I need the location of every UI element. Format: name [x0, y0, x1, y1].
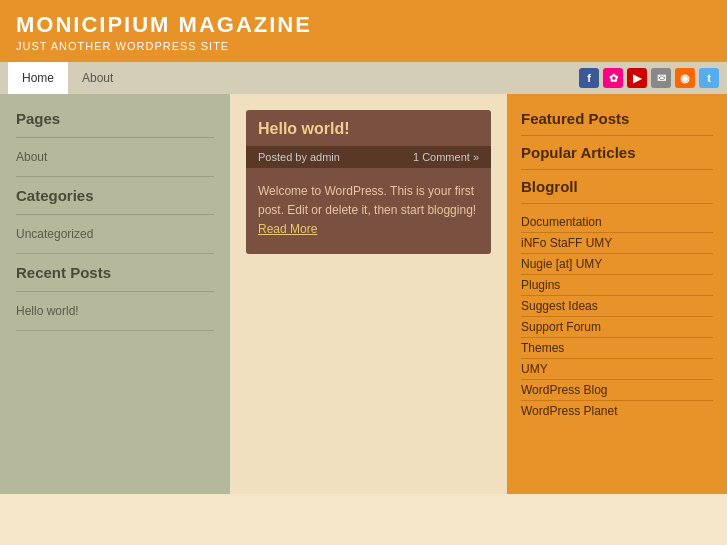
divider — [16, 291, 214, 292]
blogroll-item[interactable]: WordPress Blog — [521, 380, 713, 401]
blogroll-item[interactable]: UMY — [521, 359, 713, 380]
divider — [16, 214, 214, 215]
sidebar-link-hello-world[interactable]: Hello world! — [16, 302, 214, 320]
divider — [16, 137, 214, 138]
post-meta: Posted by admin 1 Comment » — [246, 146, 491, 168]
divider — [521, 135, 713, 136]
post-title[interactable]: Hello world! — [246, 110, 491, 142]
sidebar-link-uncategorized[interactable]: Uncategorized — [16, 225, 214, 243]
divider — [16, 330, 214, 331]
featured-posts-title: Featured Posts — [521, 110, 713, 127]
site-tagline: JUST ANOTHER WORDPRESS SITE — [16, 40, 711, 52]
blogroll-item[interactable]: WordPress Planet — [521, 401, 713, 421]
divider — [16, 253, 214, 254]
blogroll-item[interactable]: Documentation — [521, 212, 713, 233]
flickr-icon[interactable]: ✿ — [603, 68, 623, 88]
popular-articles-title: Popular Articles — [521, 144, 713, 161]
nav-item-home[interactable]: Home — [8, 62, 68, 94]
divider — [521, 203, 713, 204]
content-area: Hello world! Posted by admin 1 Comment »… — [230, 94, 507, 494]
post-body: Welcome to WordPress. This is your first… — [246, 172, 491, 254]
divider — [521, 169, 713, 170]
post-body-text: Welcome to WordPress. This is your first… — [258, 184, 476, 217]
blogroll-list: DocumentationiNFo StaFF UMYNugie [at] UM… — [521, 212, 713, 421]
nav-items: Home About — [8, 62, 127, 94]
blogroll-item[interactable]: Themes — [521, 338, 713, 359]
blogroll-item[interactable]: Nugie [at] UMY — [521, 254, 713, 275]
sidebar-right: Featured Posts Popular Articles Blogroll… — [507, 94, 727, 494]
post-box: Hello world! Posted by admin 1 Comment »… — [246, 110, 491, 254]
blogroll-item[interactable]: iNFo StaFF UMY — [521, 233, 713, 254]
blogroll-item[interactable]: Support Forum — [521, 317, 713, 338]
sidebar-link-about[interactable]: About — [16, 148, 214, 166]
blogroll-item[interactable]: Suggest Ideas — [521, 296, 713, 317]
sidebar-left: Pages About Categories Uncategorized Rec… — [0, 94, 230, 494]
post-author: Posted by admin — [258, 151, 340, 163]
navigation-bar: Home About f ✿ ▶ ✉ ◉ t — [0, 62, 727, 94]
divider — [16, 176, 214, 177]
mail-icon[interactable]: ✉ — [651, 68, 671, 88]
post-comment-count[interactable]: 1 Comment » — [413, 151, 479, 163]
categories-title: Categories — [16, 187, 214, 204]
blogroll-item[interactable]: Plugins — [521, 275, 713, 296]
twitter-icon[interactable]: t — [699, 68, 719, 88]
rss-icon[interactable]: ◉ — [675, 68, 695, 88]
recent-posts-title: Recent Posts — [16, 264, 214, 281]
nav-item-about[interactable]: About — [68, 62, 127, 94]
youtube-icon[interactable]: ▶ — [627, 68, 647, 88]
nav-social-icons: f ✿ ▶ ✉ ◉ t — [579, 68, 719, 88]
main-content: Pages About Categories Uncategorized Rec… — [0, 94, 727, 494]
facebook-icon[interactable]: f — [579, 68, 599, 88]
site-header: MONICIPIUM MAGAZINE JUST ANOTHER WORDPRE… — [0, 0, 727, 62]
pages-title: Pages — [16, 110, 214, 127]
site-title: MONICIPIUM MAGAZINE — [16, 12, 711, 38]
blogroll-title: Blogroll — [521, 178, 713, 195]
read-more-link[interactable]: Read More — [258, 222, 317, 236]
